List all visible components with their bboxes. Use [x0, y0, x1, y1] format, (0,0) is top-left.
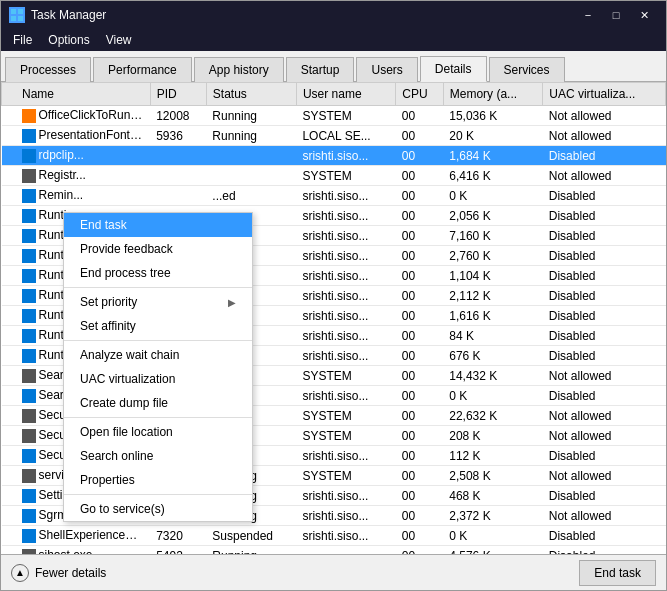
ctx-item-label: Provide feedback [80, 242, 173, 256]
table-row[interactable]: rdpclip...srishti.siso...001,684 KDisabl… [2, 146, 666, 166]
ctx-item-search-online[interactable]: Search online [64, 444, 252, 468]
cell-name: sihost.exe [2, 546, 151, 555]
cell-uac: Disabled [543, 306, 666, 326]
tab-processes[interactable]: Processes [5, 57, 91, 82]
cell-cpu: 00 [396, 166, 443, 186]
cell-cpu: 00 [396, 126, 443, 146]
fewer-details-icon: ▲ [11, 564, 29, 582]
table-row[interactable]: OfficeClickToRun.exe12008RunningSYSTEM00… [2, 106, 666, 126]
tab-performance[interactable]: Performance [93, 57, 192, 82]
cell-user: srishti.siso... [296, 346, 395, 366]
process-icon [22, 549, 36, 554]
title-bar: Task Manager − □ ✕ [1, 1, 666, 29]
cell-uac: Disabled [543, 446, 666, 466]
ctx-item-label: Properties [80, 473, 135, 487]
table-header-row: Name PID Status User name CPU Memory (a.… [2, 83, 666, 106]
col-cpu[interactable]: CPU [396, 83, 443, 106]
cell-memory: 14,432 K [443, 366, 543, 386]
menu-bar: File Options View [1, 29, 666, 51]
cell-cpu: 00 [396, 186, 443, 206]
cell-uac: Disabled [543, 206, 666, 226]
table-row[interactable]: PresentationFontCac...5936RunningLOCAL S… [2, 126, 666, 146]
cell-memory: 6,416 K [443, 166, 543, 186]
cell-user: srishti.siso... [296, 486, 395, 506]
process-icon [22, 469, 36, 483]
ctx-item-set-affinity[interactable]: Set affinity [64, 314, 252, 338]
ctx-item-analyze-wait-chain[interactable]: Analyze wait chain [64, 343, 252, 367]
cell-memory: 468 K [443, 486, 543, 506]
cell-user: srishti.siso... [296, 266, 395, 286]
tab-users[interactable]: Users [356, 57, 417, 82]
cell-user: srishti.siso... [296, 326, 395, 346]
cell-uac: Disabled [543, 346, 666, 366]
ctx-item-end-process-tree[interactable]: End process tree [64, 261, 252, 285]
menu-options[interactable]: Options [40, 31, 97, 49]
table-row[interactable]: Registr...SYSTEM006,416 KNot allowed [2, 166, 666, 186]
ctx-item-properties[interactable]: Properties [64, 468, 252, 492]
ctx-item-uac-virtualization[interactable]: UAC virtualization [64, 367, 252, 391]
col-uac[interactable]: UAC virtualiza... [543, 83, 666, 106]
cell-pid: 7320 [150, 526, 206, 546]
cell-cpu: 00 [396, 406, 443, 426]
cell-cpu: 00 [396, 246, 443, 266]
cell-cpu: 00 [396, 146, 443, 166]
cell-cpu: 00 [396, 426, 443, 446]
col-user[interactable]: User name [296, 83, 395, 106]
table-row[interactable]: sihost.exe5492Running004,576 KDisabled [2, 546, 666, 555]
col-pid[interactable]: PID [150, 83, 206, 106]
cell-memory: 0 K [443, 526, 543, 546]
tab-startup[interactable]: Startup [286, 57, 355, 82]
bottom-bar: ▲ Fewer details End task [1, 554, 666, 590]
ctx-item-provide-feedback[interactable]: Provide feedback [64, 237, 252, 261]
ctx-separator [64, 417, 252, 418]
process-icon [22, 169, 36, 183]
ctx-item-open-file-location[interactable]: Open file location [64, 420, 252, 444]
ctx-item-end-task[interactable]: End task [64, 213, 252, 237]
app-icon [9, 7, 25, 23]
process-icon [22, 349, 36, 363]
tab-details[interactable]: Details [420, 56, 487, 82]
cell-cpu: 00 [396, 206, 443, 226]
minimize-button[interactable]: − [574, 1, 602, 29]
col-name[interactable]: Name [2, 83, 151, 106]
cell-uac: Disabled [543, 386, 666, 406]
fewer-details-button[interactable]: ▲ Fewer details [11, 564, 106, 582]
ctx-item-label: Go to service(s) [80, 502, 165, 516]
menu-view[interactable]: View [98, 31, 140, 49]
cell-user: SYSTEM [296, 106, 395, 126]
cell-memory: 676 K [443, 346, 543, 366]
ctx-item-label: Search online [80, 449, 153, 463]
col-memory[interactable]: Memory (a... [443, 83, 543, 106]
process-icon [22, 489, 36, 503]
menu-file[interactable]: File [5, 31, 40, 49]
col-status[interactable]: Status [206, 83, 296, 106]
cell-pid: 5492 [150, 546, 206, 555]
ctx-item-go-to-services[interactable]: Go to service(s) [64, 497, 252, 521]
table-row[interactable]: Remin......edsrishti.siso...000 KDisable… [2, 186, 666, 206]
fewer-details-label: Fewer details [35, 566, 106, 580]
ctx-item-label: Set priority [80, 295, 137, 309]
task-manager-window: Task Manager − □ ✕ File Options View Pro… [0, 0, 667, 591]
ctx-item-set-priority[interactable]: Set priority▶ [64, 290, 252, 314]
cell-memory: 22,632 K [443, 406, 543, 426]
cell-memory: 1,684 K [443, 146, 543, 166]
cell-user: srishti.siso... [296, 246, 395, 266]
cell-user: SYSTEM [296, 426, 395, 446]
tab-app-history[interactable]: App history [194, 57, 284, 82]
maximize-button[interactable]: □ [602, 1, 630, 29]
ctx-item-label: Set affinity [80, 319, 136, 333]
cell-memory: 7,160 K [443, 226, 543, 246]
cell-memory: 2,112 K [443, 286, 543, 306]
ctx-item-create-dump-file[interactable]: Create dump file [64, 391, 252, 415]
tab-services[interactable]: Services [489, 57, 565, 82]
table-row[interactable]: ShellExperienceHost...7320Suspendedsrish… [2, 526, 666, 546]
ctx-item-label: End process tree [80, 266, 171, 280]
cell-cpu: 00 [396, 326, 443, 346]
close-button[interactable]: ✕ [630, 1, 658, 29]
ctx-item-label: UAC virtualization [80, 372, 175, 386]
window-controls: − □ ✕ [574, 1, 658, 29]
end-task-button[interactable]: End task [579, 560, 656, 586]
ctx-item-label: End task [80, 218, 127, 232]
process-icon [22, 289, 36, 303]
cell-status: Running [206, 126, 296, 146]
